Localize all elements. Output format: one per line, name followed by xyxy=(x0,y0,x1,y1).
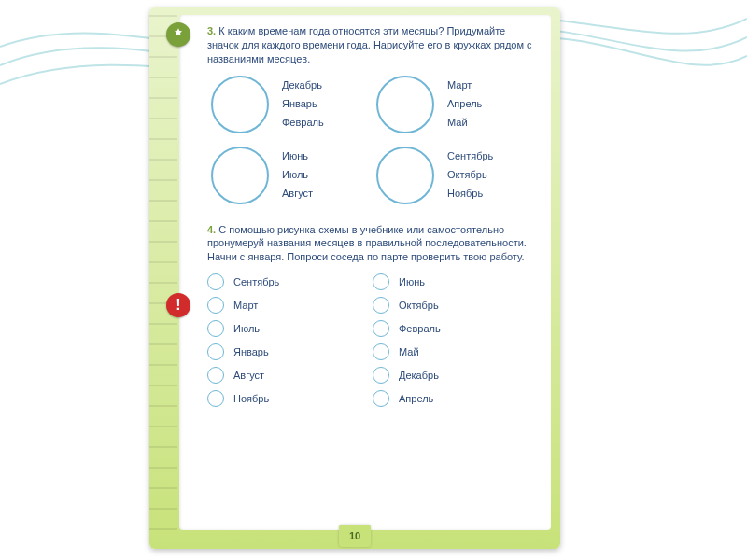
season-circle[interactable] xyxy=(211,76,269,133)
month-label: Октябрь xyxy=(447,168,493,182)
month-label: Октябрь xyxy=(399,299,439,313)
workbook-frame: 3. К каким временам года относятся эти м… xyxy=(149,7,560,549)
task3-prompt: 3. К каким временам года относятся эти м… xyxy=(207,24,538,66)
task4-prompt: 4. С помощью рисунка-схемы в учебнике ил… xyxy=(207,223,538,265)
binding-decoration xyxy=(149,7,177,549)
season-circle[interactable] xyxy=(211,147,269,204)
season-group-winter: Декабрь Январь Февраль xyxy=(207,76,373,133)
month-label: Март xyxy=(233,299,258,313)
month-label: Март xyxy=(447,78,482,92)
task4-badge-icon: ! xyxy=(166,293,190,317)
task3-badge-icon xyxy=(166,22,190,47)
list-item: Февраль xyxy=(373,320,538,337)
season-circle[interactable] xyxy=(376,147,434,204)
season-group-autumn: Сентябрь Октябрь Ноябрь xyxy=(373,147,538,204)
page-number: 10 xyxy=(339,525,371,547)
number-circle[interactable] xyxy=(207,273,224,290)
number-circle[interactable] xyxy=(207,367,224,384)
list-item: Июнь xyxy=(373,273,538,290)
month-ordering-list: Сентябрь Март Июль Январь Август Ноябрь … xyxy=(207,273,538,413)
number-circle[interactable] xyxy=(373,320,389,337)
list-item: Октябрь xyxy=(373,297,538,314)
number-circle[interactable] xyxy=(373,390,389,407)
number-circle[interactable] xyxy=(207,320,224,337)
seasons-grid: Декабрь Январь Февраль Март Апрель Май xyxy=(207,76,538,217)
month-label: Август xyxy=(282,187,313,201)
month-label: Январь xyxy=(282,97,324,111)
month-label: Май xyxy=(447,116,482,130)
list-item: Сентябрь xyxy=(207,273,373,290)
number-circle[interactable] xyxy=(373,343,389,360)
number-circle[interactable] xyxy=(373,273,389,290)
month-label: Ноябрь xyxy=(447,187,493,201)
number-circle[interactable] xyxy=(373,297,389,314)
list-item: Март xyxy=(207,297,373,314)
number-circle[interactable] xyxy=(207,343,224,360)
month-label: Апрель xyxy=(447,97,482,111)
slide-canvas: 3. К каким временам года относятся эти м… xyxy=(0,0,747,560)
task3-text: К каким временам года относятся эти меся… xyxy=(207,25,532,64)
number-circle[interactable] xyxy=(207,297,224,314)
list-item: Январь xyxy=(207,343,373,360)
month-label: Сентябрь xyxy=(233,275,279,289)
month-label: Июль xyxy=(233,322,260,336)
month-label: Июнь xyxy=(282,149,313,163)
season-group-summer: Июнь Июль Август xyxy=(207,147,373,204)
month-column-2: Июнь Октябрь Февраль Май Декабрь Апрель xyxy=(373,273,538,413)
number-circle[interactable] xyxy=(207,390,224,407)
list-item: Апрель xyxy=(373,390,538,407)
month-label: Апрель xyxy=(399,392,433,406)
month-label: Ноябрь xyxy=(233,392,269,406)
season-group-spring: Март Апрель Май xyxy=(373,76,538,133)
list-item: Июль xyxy=(207,320,373,337)
task4-text: С помощью рисунка-схемы в учебнике или с… xyxy=(207,224,527,263)
month-label: Июнь xyxy=(399,275,425,289)
list-item: Ноябрь xyxy=(207,390,373,407)
list-item: Декабрь xyxy=(373,367,538,384)
month-label: Февраль xyxy=(399,322,441,336)
season-circle[interactable] xyxy=(376,76,434,133)
month-label: Июль xyxy=(282,168,313,182)
task4-number: 4. xyxy=(207,224,216,235)
number-circle[interactable] xyxy=(373,367,389,384)
month-label: Август xyxy=(233,369,264,383)
month-label: Май xyxy=(399,345,419,359)
month-column-1: Сентябрь Март Июль Январь Август Ноябрь xyxy=(207,273,373,413)
list-item: Май xyxy=(373,343,538,360)
task3-number: 3. xyxy=(207,25,216,36)
workbook-page: 3. К каким временам года относятся эти м… xyxy=(179,15,551,530)
list-item: Август xyxy=(207,367,373,384)
month-label: Декабрь xyxy=(282,78,324,92)
month-label: Сентябрь xyxy=(447,149,493,163)
month-label: Декабрь xyxy=(399,369,439,383)
month-label: Февраль xyxy=(282,116,324,130)
month-label: Январь xyxy=(233,345,269,359)
